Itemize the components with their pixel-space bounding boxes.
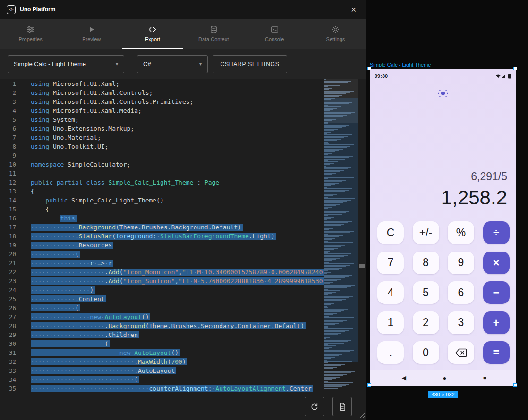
status-time: 09:30 (375, 73, 388, 79)
phone-status-bar: 09:30 (370, 69, 516, 81)
editor-scrollbar-thumb[interactable] (359, 264, 365, 268)
code-line[interactable]: 1using Microsoft.UI.Xaml; (0, 79, 366, 88)
theme-select[interactable]: Simple Calc - Light Theme ▾ (8, 55, 124, 73)
code-line[interactable]: 10namespace SimpleCalculator; (0, 160, 366, 169)
language-select[interactable]: C# ▾ (137, 55, 208, 73)
tab-label: Properties (19, 36, 43, 42)
nav-recents-icon[interactable]: ■ (483, 375, 486, 381)
code-line[interactable]: 29····················.Children (0, 330, 366, 339)
tab-data-context[interactable]: Data Context (183, 19, 244, 49)
code-line[interactable]: 8using Uno.Toolkit.UI; (0, 142, 366, 151)
code-editor[interactable]: 1using Microsoft.UI.Xaml;2using Microsof… (0, 79, 366, 393)
code-line[interactable]: 24················) (0, 286, 366, 294)
key-6[interactable]: 6 (448, 281, 474, 304)
refresh-button[interactable] (305, 397, 324, 416)
code-line[interactable]: 11 (0, 169, 366, 178)
tab-label: Preview (82, 36, 101, 42)
database-icon (210, 25, 218, 34)
code-line[interactable]: 23····················.Add("Icon_SunIcon… (0, 277, 366, 286)
selection-handle-bottom-left[interactable] (367, 383, 371, 387)
code-line[interactable]: 35································counte… (0, 384, 366, 393)
editor-footer-actions (305, 397, 352, 416)
code-line[interactable]: 14 public Simple_Calc_Light_Theme() (0, 196, 366, 205)
uno-logo-icon: </> (7, 5, 16, 14)
export-toolbar: Simple Calc - Light Theme ▾ C# ▾ CSHARP … (0, 49, 366, 79)
code-line[interactable]: 3using Microsoft.UI.Xaml.Controls.Primit… (0, 97, 366, 106)
tab-properties[interactable]: Properties (0, 19, 61, 49)
code-line[interactable]: 12public partial class Simple_Calc_Light… (0, 178, 366, 187)
code-line[interactable]: 32····························.MaxWidth(… (0, 357, 366, 366)
code-line[interactable]: 28····················.Background(Theme.… (0, 321, 366, 330)
keypad: C+/-%÷789×456−123+.0 = (377, 221, 510, 364)
tab-label: Settings (326, 36, 345, 42)
code-line[interactable]: 34····························( (0, 375, 366, 384)
code-line[interactable]: 31························new·AutoLayout… (0, 348, 366, 357)
code-line[interactable]: 26············( (0, 303, 366, 312)
nav-home-icon[interactable]: ● (443, 374, 446, 382)
phone-frame[interactable]: 09:30 6,291/5 1,258.2 C+/-%÷789× (370, 69, 516, 386)
key-9[interactable]: 9 (448, 252, 474, 274)
code-line[interactable]: 9 (0, 151, 366, 160)
tab-settings[interactable]: Settings (305, 19, 366, 49)
key-backspace[interactable] (448, 341, 474, 364)
csharp-settings-button[interactable]: CSHARP SETTINGS (213, 55, 287, 73)
code-line[interactable]: 6using Uno.Extensions.Markup; (0, 124, 366, 133)
code-line[interactable]: 19············.Resources (0, 241, 366, 250)
theme-toggle-button[interactable] (437, 88, 449, 99)
code-line[interactable]: 17············.Background(Theme.Brushes.… (0, 223, 366, 232)
code-line[interactable]: 25············.Content (0, 294, 366, 303)
key-divide[interactable]: ÷ (483, 221, 510, 244)
code-line[interactable]: 18············.StatusBar(foreground:·Sta… (0, 232, 366, 241)
backspace-icon (455, 348, 467, 357)
selection-handle-bottom-right[interactable] (513, 383, 517, 387)
code-line[interactable]: 20············( (0, 250, 366, 259)
key-5[interactable]: 5 (413, 281, 439, 304)
code-line[interactable]: 30····················( (0, 339, 366, 348)
frame-label[interactable]: Simple Calc - Light Theme (370, 62, 431, 67)
code-line[interactable]: 15 { (0, 205, 366, 214)
window-title: Uno Platform (20, 6, 55, 13)
chevron-down-icon: ▾ (116, 61, 118, 67)
nav-back-icon[interactable]: ◀ (401, 374, 406, 381)
key-2[interactable]: 2 (413, 311, 439, 334)
code-line[interactable]: 5using System; (0, 115, 366, 124)
key-0[interactable]: 0 (413, 341, 439, 364)
key-sign[interactable]: +/- (413, 221, 439, 244)
key-minus[interactable]: − (483, 281, 510, 304)
sun-icon (437, 88, 449, 99)
close-icon[interactable]: ✕ (348, 5, 359, 14)
key-equals[interactable]: = (483, 341, 510, 364)
minimap-selection (324, 98, 358, 362)
tab-export[interactable]: Export (122, 19, 183, 49)
key-plus[interactable]: + (483, 311, 510, 334)
code-line[interactable]: 13{ (0, 187, 366, 196)
key-decimal[interactable]: . (377, 341, 404, 364)
code-line[interactable]: 21················r·=>·r (0, 259, 366, 268)
code-line[interactable]: 4using Microsoft.UI.Xaml.Media; (0, 106, 366, 115)
code-line[interactable]: 7using Uno.Material; (0, 133, 366, 142)
code-line[interactable]: 2using Microsoft.UI.Xaml.Controls; (0, 88, 366, 97)
minimap-viewport[interactable] (324, 79, 358, 123)
key-clear[interactable]: C (377, 221, 404, 244)
export-file-button[interactable] (332, 397, 352, 416)
code-line[interactable]: 16 this (0, 214, 366, 223)
selection-handle-top-left[interactable] (367, 67, 371, 70)
selection-handle-top-right[interactable] (513, 67, 517, 70)
key-4[interactable]: 4 (377, 281, 404, 304)
code-brackets-icon (148, 25, 156, 34)
code-line[interactable]: 33····························.AutoLayou… (0, 366, 366, 375)
minimap[interactable] (324, 79, 358, 389)
code-line[interactable]: 22····················.Add("Icon_MoonIco… (0, 268, 366, 277)
key-8[interactable]: 8 (413, 252, 439, 274)
key-percent[interactable]: % (448, 221, 474, 244)
key-1[interactable]: 1 (377, 311, 404, 334)
plugin-resize-grip[interactable] (358, 412, 365, 418)
figma-canvas[interactable]: Simple Calc - Light Theme 09:30 6 (366, 0, 528, 420)
code-line[interactable]: 27················new·AutoLayout() (0, 312, 366, 321)
key-multiply[interactable]: × (483, 252, 510, 274)
key-3[interactable]: 3 (448, 311, 474, 334)
key-7[interactable]: 7 (377, 252, 404, 274)
tab-console[interactable]: Console (244, 19, 305, 49)
tab-label: Data Context (198, 36, 229, 42)
tab-preview[interactable]: Preview (61, 19, 122, 49)
